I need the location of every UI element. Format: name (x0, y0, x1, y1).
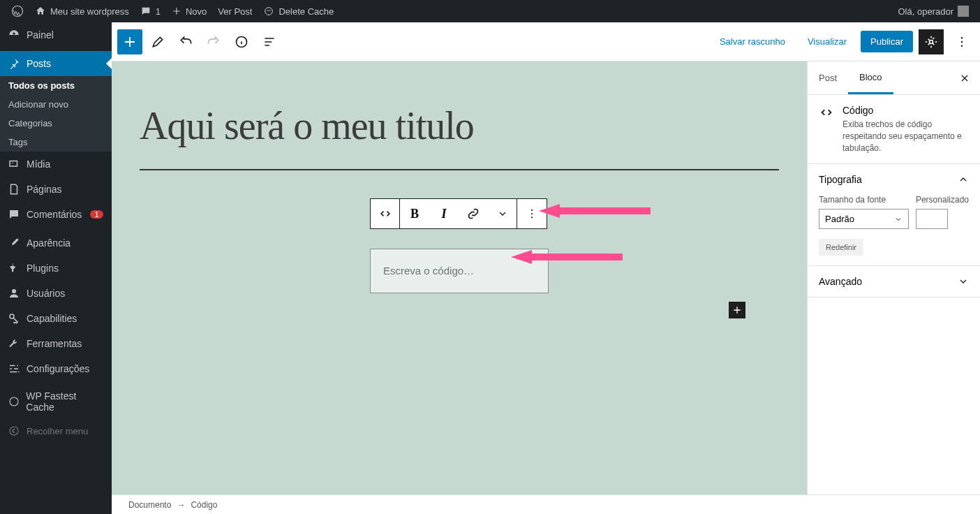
pin-icon (7, 57, 21, 71)
custom-label: Personalizado (916, 195, 969, 205)
dots-vertical-icon (955, 35, 969, 49)
sidebar-item-comments[interactable]: Comentários 1 (0, 202, 112, 227)
cache-icon (263, 6, 274, 17)
typography-toggle[interactable]: Tipografia (819, 174, 969, 185)
view-post[interactable]: Ver Post (212, 0, 258, 22)
breadcrumb-current[interactable]: Código (191, 500, 217, 510)
block-type-button[interactable] (371, 199, 400, 228)
sidebar-item-users[interactable]: Usuários (0, 281, 112, 306)
tools-button[interactable] (145, 29, 170, 54)
annotation-arrow (511, 250, 630, 264)
comments-badge: 1 (90, 210, 103, 219)
post-title[interactable]: Aqui será o meu titulo (112, 103, 807, 148)
editor-canvas[interactable]: Aqui será o meu titulo B I (112, 61, 807, 494)
svg-point-6 (10, 397, 18, 406)
close-icon (959, 73, 970, 84)
publish-button[interactable]: Publicar (861, 31, 913, 52)
page-icon (7, 182, 21, 196)
plus-icon (172, 6, 181, 16)
sidebar-sub-categories[interactable]: Categorias (0, 114, 112, 133)
add-block-inline[interactable] (729, 302, 745, 318)
svg-point-10 (961, 36, 963, 38)
user-greeting[interactable]: Olá, operador (893, 0, 975, 22)
redo-button[interactable] (201, 29, 226, 54)
dashboard-icon (7, 28, 21, 42)
code-placeholder: Escreva o código… (383, 265, 474, 277)
add-block-button[interactable] (117, 29, 142, 54)
custom-font-size-input[interactable] (916, 209, 948, 229)
undo-button[interactable] (173, 29, 198, 54)
chevron-up-icon (958, 174, 969, 185)
chevron-down-icon (894, 215, 903, 223)
info-button[interactable] (229, 29, 254, 54)
site-link[interactable]: Meu site wordpress (29, 0, 135, 22)
svg-point-12 (961, 45, 963, 47)
chevron-down-icon (958, 276, 969, 287)
sidebar-sub-all-posts[interactable]: Todos os posts (0, 76, 112, 95)
more-format-button[interactable] (488, 199, 517, 228)
wp-logo[interactable] (6, 0, 29, 22)
sidebar-sub-tags[interactable]: Tags (0, 133, 112, 152)
tab-block[interactable]: Bloco (848, 62, 893, 94)
svg-point-14 (531, 213, 533, 214)
svg-marker-19 (511, 250, 532, 264)
comment-icon (140, 6, 151, 17)
collapse-icon (7, 424, 21, 438)
svg-point-11 (961, 41, 963, 43)
reset-button[interactable]: Redefinir (819, 239, 863, 256)
plus-icon (732, 304, 743, 316)
italic-button[interactable]: I (429, 199, 459, 228)
sidebar-item-pages[interactable]: Páginas (0, 177, 112, 202)
settings-toggle[interactable] (919, 29, 944, 54)
delete-cache[interactable]: Delete Cache (258, 0, 339, 22)
sidebar-item-collapse[interactable]: Recolher menu (0, 418, 112, 443)
settings-panel: Post Bloco Código Exiba trechos de códig… (807, 61, 980, 494)
svg-point-4 (12, 289, 16, 293)
wordpress-icon (11, 5, 24, 17)
sidebar-item-plugins[interactable]: Plugins (0, 256, 112, 281)
new-content[interactable]: Novo (166, 0, 212, 22)
svg-marker-17 (539, 204, 560, 218)
chevron-down-icon (497, 208, 508, 219)
svg-point-13 (531, 210, 533, 211)
tab-post[interactable]: Post (808, 63, 848, 93)
breadcrumb-root[interactable]: Documento (128, 500, 171, 510)
avatar (958, 6, 969, 17)
font-size-select[interactable]: Padrão (819, 209, 909, 229)
dots-vertical-icon (526, 207, 538, 220)
sidebar-item-settings[interactable]: Configurações (0, 356, 112, 381)
cache-icon (7, 395, 20, 409)
pencil-icon (151, 35, 165, 49)
editor-toolbar: Salvar rascunho Visualizar Publicar (112, 22, 980, 61)
separator-block[interactable] (140, 169, 779, 170)
brush-icon (7, 236, 21, 250)
bold-button[interactable]: B (400, 199, 429, 228)
sidebar-item-media[interactable]: Mídia (0, 152, 112, 177)
media-icon (7, 157, 21, 171)
sidebar-item-wpfc[interactable]: WP Fastest Cache (0, 385, 112, 418)
preview-button[interactable]: Visualizar (799, 31, 855, 52)
sidebar-item-dashboard[interactable]: Painel (0, 22, 112, 47)
block-toolbar: B I (370, 198, 547, 229)
home-icon (35, 6, 46, 17)
font-size-label: Tamanho da fonte (819, 195, 909, 205)
link-button[interactable] (459, 199, 488, 228)
undo-icon (179, 35, 193, 49)
more-menu[interactable] (949, 29, 974, 54)
comments-link[interactable]: 1 (135, 0, 166, 22)
sidebar-item-capabilities[interactable]: Capabilities (0, 306, 112, 331)
outline-button[interactable] (257, 29, 282, 54)
sidebar-item-tools[interactable]: Ferramentas (0, 331, 112, 356)
advanced-toggle[interactable]: Avançado (819, 276, 969, 287)
sidebar-item-appearance[interactable]: Aparência (0, 230, 112, 256)
save-draft-button[interactable]: Salvar rascunho (711, 31, 794, 52)
close-panel[interactable] (956, 70, 973, 87)
key-icon (7, 311, 21, 325)
svg-rect-2 (10, 161, 17, 167)
sidebar-sub-new-post[interactable]: Adicionar novo (0, 95, 112, 114)
plus-icon (121, 34, 138, 50)
new-label: Novo (186, 6, 207, 17)
wrench-icon (7, 337, 21, 351)
block-description: Exiba trechos de código respeitando seu … (842, 119, 969, 154)
sidebar-item-posts[interactable]: Posts (0, 51, 112, 76)
